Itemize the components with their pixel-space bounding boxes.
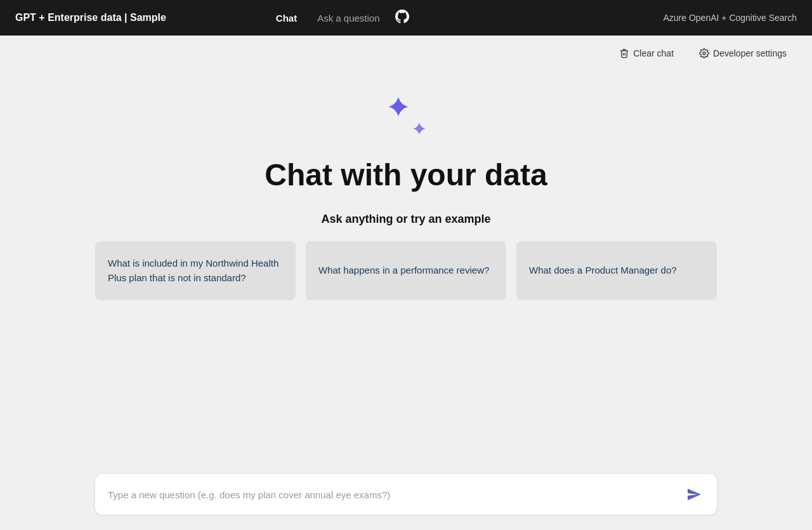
- send-icon: [686, 487, 702, 502]
- nav-ask-question[interactable]: Ask a question: [310, 9, 387, 27]
- example-cards: What is included in my Northwind Health …: [95, 241, 717, 300]
- example-card-1[interactable]: What happens in a performance review?: [306, 241, 506, 300]
- example-card-2[interactable]: What does a Product Manager do?: [516, 241, 717, 300]
- toolbar: Clear chat Developer settings: [0, 36, 812, 66]
- sparkle-icon: [381, 91, 431, 142]
- chat-input-container: [95, 474, 717, 515]
- gear-icon: [699, 48, 709, 58]
- chat-input[interactable]: [108, 489, 681, 500]
- developer-settings-button[interactable]: Developer settings: [694, 46, 792, 61]
- main-title: Chat with your data: [265, 157, 547, 192]
- example-card-0[interactable]: What is included in my Northwind Health …: [95, 241, 296, 300]
- nav-chat[interactable]: Chat: [268, 9, 304, 27]
- navbar-nav: Chat Ask a question: [268, 9, 409, 27]
- trash-icon: [619, 48, 629, 58]
- navbar: GPT + Enterprise data | Sample Chat Ask …: [0, 0, 812, 36]
- clear-chat-button[interactable]: Clear chat: [614, 46, 679, 61]
- navbar-right-label: Azure OpenAI + Cognitive Search: [663, 13, 797, 23]
- svg-point-0: [703, 52, 705, 55]
- github-icon[interactable]: [395, 10, 409, 27]
- send-button[interactable]: [681, 484, 707, 505]
- main-content: Chat with your data Ask anything or try …: [0, 66, 812, 530]
- navbar-brand: GPT + Enterprise data | Sample: [15, 12, 166, 23]
- subtitle: Ask anything or try an example: [321, 213, 490, 226]
